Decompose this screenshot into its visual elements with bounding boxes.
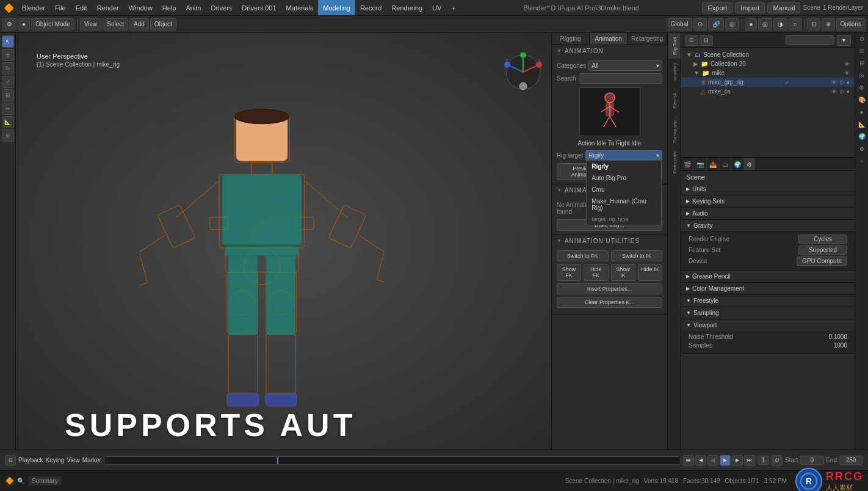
keying-label[interactable]: Keying — [46, 457, 65, 464]
3d-viewport[interactable]: User Perspective (1) Scene Collection | … — [16, 33, 551, 449]
scene-props-icon[interactable]: 🎬 — [681, 158, 694, 170]
tab-retargeting[interactable]: Retargeting — [627, 33, 667, 45]
add-menu-btn[interactable]: Add — [129, 18, 149, 31]
hide-ik-button[interactable]: Hide IK — [638, 264, 662, 281]
keying-sets-header[interactable]: ▶ Keying Sets — [681, 195, 855, 207]
prev-frame-button[interactable]: ◀ — [695, 455, 706, 466]
strip-btn-5[interactable]: ⚙ — [856, 82, 868, 94]
mikecs-eye-icon[interactable]: 👁 — [831, 89, 837, 95]
viewport-shade-btn[interactable]: ● — [18, 18, 30, 31]
menu-uv[interactable]: UV — [427, 0, 446, 15]
transportation-tab[interactable]: Transporta... — [668, 112, 681, 147]
timeline-icon-btn[interactable]: ⊡ — [5, 455, 16, 466]
categories-dropdown[interactable]: All ▾ — [588, 60, 662, 71]
tree-item-mike[interactable]: ▼ 📁 mike 👁 — [681, 68, 855, 78]
feature-set-value[interactable]: Supported — [798, 246, 847, 255]
playback-label[interactable]: Playback — [18, 457, 43, 464]
rig-target-dropdown[interactable]: Rigify ▾ Rigify Auto Rig Pro Cmu Make_Hu… — [585, 150, 662, 161]
menu-plus[interactable]: + — [446, 0, 460, 15]
select-menu-btn[interactable]: Select — [103, 18, 128, 31]
dropdown-item-make-human[interactable]: Make_Human (Cmu Rig) — [587, 195, 661, 214]
outliner-icon-btn[interactable]: ☰ — [685, 35, 698, 46]
world-props-icon[interactable]: 🌍 — [731, 158, 744, 170]
move-tool-btn[interactable]: ✛ — [2, 49, 14, 61]
strip-btn-9[interactable]: 🌍 — [856, 131, 868, 143]
strip-btn-8[interactable]: 📐 — [856, 118, 868, 131]
menu-rendering[interactable]: Rendering — [386, 0, 427, 15]
switch-ik-button[interactable]: Switch to IK — [611, 250, 663, 261]
shading-rendered[interactable]: ○ — [789, 18, 801, 31]
scene-active-icon[interactable]: ⚙ — [744, 158, 755, 170]
menu-help[interactable]: Help — [157, 0, 181, 15]
switch-fk-button[interactable]: Switch to FK — [557, 250, 609, 261]
options-btn[interactable]: Options — [836, 18, 866, 31]
insert-props-button[interactable]: Insert Properties... — [557, 283, 662, 294]
render-props-icon[interactable]: 📷 — [694, 158, 707, 170]
snap-btn[interactable]: 🔗 — [708, 18, 724, 31]
blendrigs-tab[interactable]: BlendA... — [668, 84, 681, 112]
export-button[interactable]: Export — [702, 2, 732, 13]
retropolis-tab[interactable]: Retropolis — [668, 147, 681, 177]
menu-render[interactable]: Render — [92, 0, 124, 15]
show-ik-button[interactable]: Show IK — [611, 264, 635, 281]
strip-btn-1[interactable]: ⊙ — [856, 33, 868, 45]
audio-header[interactable]: ▶ Audio — [681, 208, 855, 219]
scene-search-input[interactable] — [786, 35, 834, 45]
mikegrp-eye-icon[interactable]: 👁 — [831, 79, 837, 85]
viewport-header-btn[interactable]: ▼ Viewport — [681, 319, 855, 331]
menu-record[interactable]: Record — [355, 0, 386, 15]
strip-btn-10[interactable]: ⊕ — [856, 143, 868, 155]
global-dropdown[interactable]: Global — [667, 18, 693, 31]
mode-dropdown[interactable]: Object Mode — [31, 18, 74, 31]
gravity-header[interactable]: ▼ Gravity — [681, 220, 855, 231]
animation-section-header[interactable]: ▼ ANIMATION — [552, 45, 667, 57]
menu-modeling[interactable]: Modeling — [318, 0, 355, 15]
menu-anim[interactable]: Anim — [181, 0, 206, 15]
marker-label[interactable]: Marker — [82, 457, 101, 464]
freestyle-header[interactable]: ▼ Freestyle — [681, 295, 855, 307]
menu-file[interactable]: File — [50, 0, 71, 15]
menu-edit[interactable]: Edit — [71, 0, 92, 15]
tree-item-collection20[interactable]: ▶ 📁 Collection 20 👁 — [681, 59, 855, 68]
skip-end-button[interactable]: ⏭ — [744, 455, 755, 466]
shading-wire[interactable]: ◎ — [758, 18, 772, 31]
show-fk-button[interactable]: Show FK — [557, 264, 581, 281]
output-props-icon[interactable]: 📤 — [707, 158, 720, 170]
search-input[interactable] — [579, 73, 662, 84]
tree-item-mikegrp[interactable]: ⊕ mike_grp_rig ✓ 👁 ⊙ ● — [681, 78, 855, 87]
status-icon-blender[interactable]: 🔶 — [5, 476, 15, 486]
strip-btn-11[interactable]: ○ — [856, 155, 868, 167]
menu-drivers[interactable]: Drivers — [206, 0, 237, 15]
clear-props-button[interactable]: Clear Properties K... — [557, 297, 662, 308]
rig-tool-tab[interactable]: Rig Tool — [668, 33, 681, 59]
strip-btn-6[interactable]: 🎨 — [856, 94, 868, 106]
view-mode-icon[interactable]: ⚙ — [2, 18, 16, 31]
summary-section[interactable]: Summary — [28, 476, 62, 486]
start-field[interactable]: 0 — [800, 456, 824, 465]
menu-drivers001[interactable]: Drivers.001 — [237, 0, 281, 15]
dropdown-item-auto-rig[interactable]: Auto Rig Pro — [587, 172, 661, 184]
measure-btn[interactable]: 📐 — [2, 116, 14, 128]
strip-btn-4[interactable]: ◎ — [856, 70, 868, 82]
pivot-btn[interactable]: ⊙ — [693, 18, 707, 31]
next-frame-button[interactable]: ▶ — [732, 455, 743, 466]
strip-btn-3[interactable]: ⊞ — [856, 57, 868, 70]
play-button[interactable]: ▶ — [720, 455, 731, 466]
import-button[interactable]: Import — [735, 2, 765, 13]
tab-animation[interactable]: Animation — [590, 33, 627, 45]
filter-btn[interactable]: ▼ — [837, 35, 851, 46]
sampling-header[interactable]: ▼ Sampling — [681, 307, 855, 319]
smartrig-tab[interactable]: smartrig — [668, 59, 681, 84]
menu-window[interactable]: Window — [124, 0, 157, 15]
shading-solid[interactable]: ● — [745, 18, 757, 31]
cursor-btn[interactable]: ⊕ — [2, 129, 14, 142]
overlay-btn[interactable]: ⊡ — [807, 18, 820, 31]
gizmo-btn[interactable]: ⊕ — [822, 18, 835, 31]
rotate-tool-btn[interactable]: ↻ — [2, 62, 14, 75]
strip-btn-2[interactable]: ☰ — [856, 45, 868, 57]
shading-material[interactable]: ◑ — [773, 18, 787, 31]
scale-tool-btn[interactable]: ⤢ — [2, 76, 14, 88]
play-reverse-button[interactable]: ◁ — [707, 455, 718, 466]
select-tool-btn[interactable]: ↖ — [2, 35, 14, 48]
view-menu-btn[interactable]: View — [80, 18, 102, 31]
